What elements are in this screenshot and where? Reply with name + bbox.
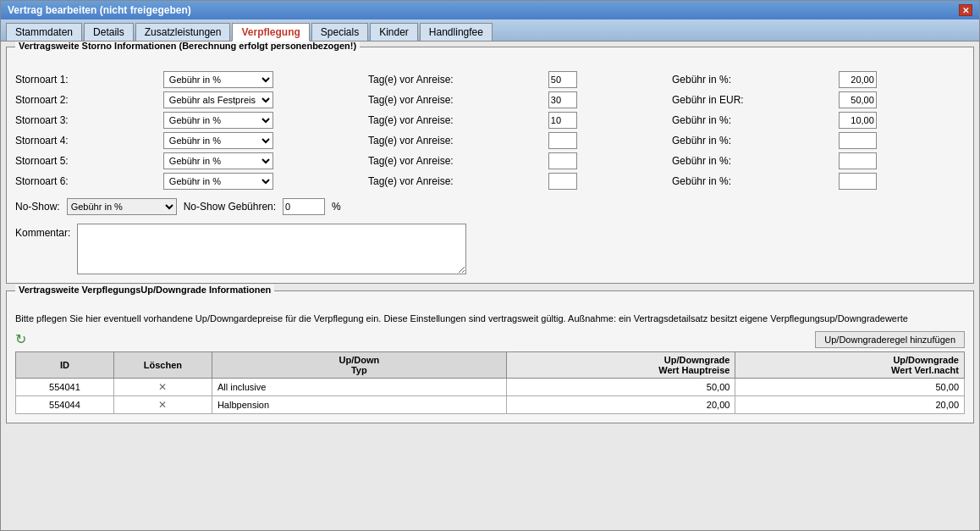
storno-grid: Stornoart 1: Gebühr in % Gebühr als Fest…: [15, 71, 965, 190]
stornoart2-gebuehr-input[interactable]: [839, 91, 877, 108]
row1-id: 554041: [16, 378, 114, 395]
stornoart2-tage-label: Tag(e) vor Anreise:: [368, 94, 542, 106]
storno-section: Vertragsweite Storno Informationen (Bere…: [6, 47, 974, 284]
noshow-percent: %: [332, 201, 341, 213]
tab-kinder[interactable]: Kinder: [370, 23, 418, 41]
stornoart5-tage-label: Tag(e) vor Anreise:: [368, 155, 542, 167]
stornoart3-select[interactable]: Gebühr in % Gebühr als Festpreis Keine G…: [163, 112, 273, 129]
noshow-select[interactable]: Gebühr in % Gebühr als Festpreis Keine G…: [67, 198, 177, 215]
stornoart1-label: Stornoart 1:: [15, 74, 157, 86]
noshow-gebuehr-label: No-Show Gebühren:: [184, 201, 276, 213]
noshow-label: No-Show:: [15, 201, 60, 213]
kommentar-textarea[interactable]: [77, 224, 466, 274]
stornoart1-gebuehr-input[interactable]: [839, 71, 877, 88]
kommentar-label: Kommentar:: [15, 227, 70, 239]
verpflegung-section-legend: Vertragsweite VerpflegungsUp/Downgrade I…: [15, 285, 274, 295]
storno-section-legend: Vertragsweite Storno Informationen (Bere…: [15, 41, 360, 51]
stornoart4-gebuehr-label: Gebühr in %:: [672, 135, 832, 147]
stornoart6-gebuehr-label: Gebühr in %:: [672, 175, 832, 187]
row2-del[interactable]: ✕: [113, 395, 212, 413]
kommentar-row: Kommentar:: [15, 224, 965, 274]
stornoart3-tage-input[interactable]: [548, 112, 577, 129]
row2-id: 554044: [16, 395, 114, 413]
close-button[interactable]: ✕: [959, 4, 972, 16]
row2-verl: 20,00: [735, 395, 965, 413]
window-title: Vertrag bearbeiten (nicht freigegeben): [8, 4, 191, 16]
delete-icon: ✕: [158, 381, 167, 393]
row1-del[interactable]: ✕: [113, 378, 212, 395]
col-header-id: ID: [16, 351, 114, 378]
stornoart4-tage-label: Tag(e) vor Anreise:: [368, 135, 542, 147]
row1-haupt: 50,00: [506, 378, 735, 395]
table-row: 554044 ✕ Halbpension 20,00 20,00: [16, 395, 965, 413]
stornoart3-tage-label: Tag(e) vor Anreise:: [368, 114, 542, 126]
stornoart1-select-wrap: Gebühr in % Gebühr als Festpreis Keine G…: [163, 71, 361, 88]
row1-type: All inclusive: [212, 378, 506, 395]
stornoart4-gebuehr-input[interactable]: [839, 132, 877, 149]
noshow-gebuehr-input[interactable]: [283, 198, 325, 215]
tab-verpflegung[interactable]: Verpflegung: [232, 23, 309, 41]
tab-handlingfee[interactable]: Handlingfee: [420, 23, 493, 41]
stornoart5-select-wrap: Gebühr in % Gebühr als Festpreis Keine G…: [163, 152, 361, 169]
info-text: Bitte pflegen Sie hier eventuell vorhand…: [15, 312, 965, 326]
main-window: Vertrag bearbeiten (nicht freigegeben) ✕…: [0, 0, 980, 531]
stornoart1-select[interactable]: Gebühr in % Gebühr als Festpreis Keine G…: [163, 71, 273, 88]
row2-haupt: 20,00: [506, 395, 735, 413]
stornoart4-select[interactable]: Gebühr in % Gebühr als Festpreis Keine G…: [163, 132, 273, 149]
stornoart3-gebuehr-label: Gebühr in %:: [672, 114, 832, 126]
stornoart2-label: Stornoart 2:: [15, 94, 157, 106]
stornoart2-gebuehr-label: Gebühr in EUR:: [672, 94, 832, 106]
stornoart6-tage-input[interactable]: [548, 173, 577, 190]
tab-specials[interactable]: Specials: [311, 23, 368, 41]
stornoart3-label: Stornoart 3:: [15, 114, 157, 126]
stornoart6-select-wrap: Gebühr in % Gebühr als Festpreis Keine G…: [163, 173, 361, 190]
stornoart6-tage-label: Tag(e) vor Anreise:: [368, 175, 542, 187]
stornoart5-select[interactable]: Gebühr in % Gebühr als Festpreis Keine G…: [163, 152, 273, 169]
stornoart3-gebuehr-input[interactable]: [839, 112, 877, 129]
add-rule-button[interactable]: Up/Downgraderegel hinzufügen: [815, 331, 965, 348]
stornoart2-select-wrap: Gebühr in % Gebühr als Festpreis Keine G…: [163, 91, 361, 108]
stornoart5-gebuehr-label: Gebühr in %:: [672, 155, 832, 167]
row2-type: Halbpension: [212, 395, 506, 413]
stornoart6-gebuehr-input[interactable]: [839, 173, 877, 190]
col-header-type: Up/DownTyp: [212, 351, 506, 378]
stornoart4-tage-input[interactable]: [548, 132, 577, 149]
delete-icon: ✕: [158, 399, 167, 411]
col-header-del: Löschen: [113, 351, 212, 378]
stornoart2-tage-input[interactable]: [548, 91, 577, 108]
tab-zusatzleistungen[interactable]: Zusatzleistungen: [135, 23, 231, 41]
stornoart6-label: Stornoart 6:: [15, 175, 157, 187]
stornoart1-tage-label: Tag(e) vor Anreise:: [368, 74, 542, 86]
tabs-bar: Stammdaten Details Zusatzleistungen Verp…: [1, 19, 979, 41]
updown-table: ID Löschen Up/DownTyp Up/DowngradeWert H…: [15, 351, 965, 414]
content-area: Vertragsweite Storno Informationen (Bere…: [1, 41, 979, 530]
row1-verl: 50,00: [735, 378, 965, 395]
stornoart5-tage-input[interactable]: [548, 152, 577, 169]
stornoart4-label: Stornoart 4:: [15, 135, 157, 147]
col-header-verl: Up/DowngradeWert Verl.nacht: [735, 351, 965, 378]
tab-details[interactable]: Details: [84, 23, 134, 41]
tab-stammdaten[interactable]: Stammdaten: [6, 23, 82, 41]
verpflegung-section: Vertragsweite VerpflegungsUp/Downgrade I…: [6, 290, 974, 423]
stornoart5-gebuehr-input[interactable]: [839, 152, 877, 169]
stornoart1-tage-input[interactable]: [548, 71, 577, 88]
col-header-haupt: Up/DowngradeWert Hauptreise: [506, 351, 735, 378]
stornoart1-gebuehr-label: Gebühr in %:: [672, 74, 832, 86]
stornoart3-select-wrap: Gebühr in % Gebühr als Festpreis Keine G…: [163, 112, 361, 129]
table-row: 554041 ✕ All inclusive 50,00 50,00: [16, 378, 965, 395]
toolbar-row: ↻ Up/Downgraderegel hinzufügen: [15, 331, 965, 348]
noshow-row: No-Show: Gebühr in % Gebühr als Festprei…: [15, 198, 965, 215]
title-bar: Vertrag bearbeiten (nicht freigegeben) ✕: [1, 1, 979, 19]
stornoart2-select[interactable]: Gebühr in % Gebühr als Festpreis Keine G…: [163, 91, 273, 108]
stornoart6-select[interactable]: Gebühr in % Gebühr als Festpreis Keine G…: [163, 173, 273, 190]
refresh-icon[interactable]: ↻: [15, 331, 26, 347]
stornoart5-label: Stornoart 5:: [15, 155, 157, 167]
stornoart4-select-wrap: Gebühr in % Gebühr als Festpreis Keine G…: [163, 132, 361, 149]
